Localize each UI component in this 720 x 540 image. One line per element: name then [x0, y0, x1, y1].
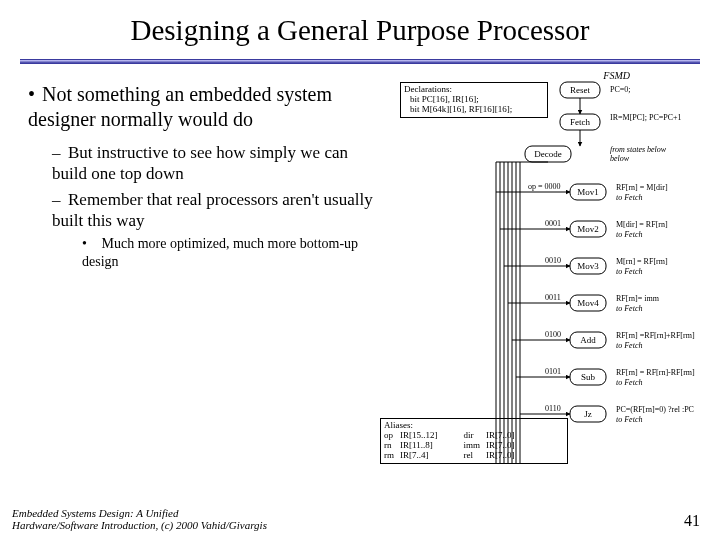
- svg-text:Mov1: Mov1: [577, 187, 599, 197]
- bullet-list: •Not something an embedded system design…: [28, 82, 383, 270]
- svg-text:PC=0;: PC=0;: [610, 85, 631, 94]
- svg-text:to Fetch: to Fetch: [616, 267, 642, 276]
- svg-text:RF[rn] =RF[rn]+RF[rm]: RF[rn] =RF[rn]+RF[rm]: [616, 331, 695, 340]
- svg-text:below: below: [610, 154, 630, 163]
- footer-citation: Embedded Systems Design: A Unified Hardw…: [12, 507, 267, 532]
- svg-text:RF[rn]= imm: RF[rn]= imm: [616, 294, 660, 303]
- svg-text:from states below: from states below: [610, 145, 667, 154]
- svg-text:0010: 0010: [545, 256, 561, 265]
- svg-text:to Fetch: to Fetch: [616, 378, 642, 387]
- svg-text:Mov2: Mov2: [577, 224, 599, 234]
- svg-text:Mov4: Mov4: [577, 298, 599, 308]
- svg-text:0110: 0110: [545, 404, 561, 413]
- svg-text:to Fetch: to Fetch: [616, 230, 642, 239]
- svg-text:Add: Add: [580, 335, 596, 345]
- state-mov4: 0011 Mov4 RF[rn]= imm to Fetch: [508, 293, 660, 313]
- svg-text:IR=M[PC]; PC=PC+1: IR=M[PC]; PC=PC+1: [610, 113, 682, 122]
- svg-text:Sub: Sub: [581, 372, 596, 382]
- svg-text:M[dir] = RF[rn]: M[dir] = RF[rn]: [616, 220, 668, 229]
- slide-title: Designing a General Purpose Processor: [0, 0, 720, 47]
- svg-text:RF[rn] = RF[rn]-RF[rm]: RF[rn] = RF[rn]-RF[rm]: [616, 368, 695, 377]
- svg-text:Fetch: Fetch: [570, 117, 590, 127]
- state-mov2: 0001 Mov2 M[dir] = RF[rn] to Fetch: [500, 219, 668, 239]
- svg-text:to Fetch: to Fetch: [616, 304, 642, 313]
- state-mov3: 0010 Mov3 M[rn] = RF[rm] to Fetch: [504, 256, 668, 276]
- svg-text:RF[rn] = M[dir]: RF[rn] = M[dir]: [616, 183, 668, 192]
- state-mov1: op = 0000 Mov1 RF[rn] = M[dir] to Fetch: [496, 182, 668, 202]
- svg-text:0100: 0100: [545, 330, 561, 339]
- bullet-2b: Remember that real processors aren't usu…: [52, 190, 373, 230]
- bullet-3: Much more optimized, much more bottom-up…: [82, 236, 358, 269]
- svg-text:Decode: Decode: [534, 149, 561, 159]
- state-add: 0100 Add RF[rn] =RF[rn]+RF[rm] to Fetch: [512, 330, 695, 350]
- svg-text:to Fetch: to Fetch: [616, 415, 642, 424]
- svg-text:0011: 0011: [545, 293, 561, 302]
- state-sub: 0101 Sub RF[rn] = RF[rn]-RF[rm] to Fetch: [516, 367, 695, 387]
- bullet-1: Not something an embedded system designe…: [28, 83, 332, 130]
- svg-text:to Fetch: to Fetch: [616, 193, 642, 202]
- bullet-2a: But instructive to see how simply we can…: [52, 143, 348, 183]
- state-jz: 0110 Jz PC=(RF[rn]=0) ?rel :PC to Fetch: [520, 404, 694, 424]
- svg-text:PC=(RF[rn]=0) ?rel :PC: PC=(RF[rn]=0) ?rel :PC: [616, 405, 694, 414]
- svg-text:Mov3: Mov3: [577, 261, 599, 271]
- svg-text:to Fetch: to Fetch: [616, 341, 642, 350]
- svg-text:op = 0000: op = 0000: [528, 182, 561, 191]
- svg-text:Jz: Jz: [584, 409, 592, 419]
- svg-text:0001: 0001: [545, 219, 561, 228]
- svg-text:0101: 0101: [545, 367, 561, 376]
- svg-text:Reset: Reset: [570, 85, 590, 95]
- page-number: 41: [684, 512, 700, 530]
- fsmd-diagram: Reset PC=0; Fetch IR=M[PC]; PC=PC+1 Deco…: [400, 74, 710, 469]
- svg-text:M[rn] = RF[rm]: M[rn] = RF[rm]: [616, 257, 668, 266]
